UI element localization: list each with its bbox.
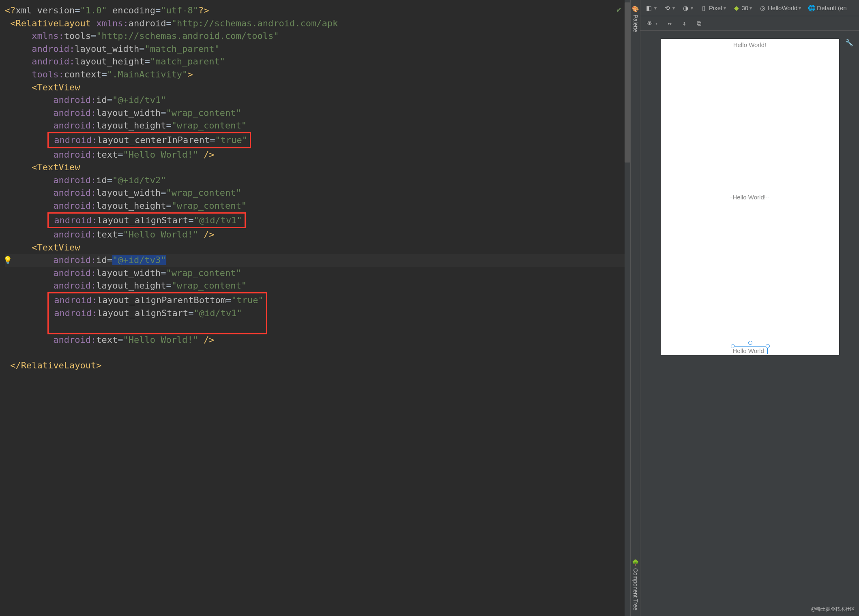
api-selector[interactable]: ◆30▾ xyxy=(731,3,754,13)
code-editor[interactable]: ✔ <?xml version="1.0" encoding="utf-8"?>… xyxy=(0,0,630,616)
alignment-guide-horizontal xyxy=(730,197,769,197)
textview-tv1[interactable]: Hello World! xyxy=(733,41,766,48)
highlight-box: android:layout_centerInParent="true" xyxy=(47,132,251,148)
alignment-guide-vertical xyxy=(733,42,733,354)
intention-bulb-icon[interactable]: 💡 xyxy=(3,254,12,267)
palette-icon: 🎨 xyxy=(632,6,639,12)
globe-icon: 🌐 xyxy=(807,4,816,12)
device-screen[interactable]: Hello World! Hello World! Hello World xyxy=(661,39,839,355)
preview-canvas[interactable]: 🔧 Hello World! Hello World! Hello World … xyxy=(640,31,859,616)
side-tool-strip: 🎨Palette 🌳Component Tree xyxy=(630,0,640,616)
magnet-icon[interactable]: ⧉ xyxy=(695,19,703,28)
resize-handle[interactable] xyxy=(748,341,752,345)
design-icon: ◧ xyxy=(645,4,653,12)
eye-icon: 👁 xyxy=(646,19,654,28)
wrench-icon[interactable]: 🔧 xyxy=(845,39,853,47)
android-icon: ◆ xyxy=(732,4,741,12)
resize-handle[interactable] xyxy=(731,344,735,348)
phone-icon: ▯ xyxy=(700,4,708,12)
scrollbar[interactable] xyxy=(625,0,630,616)
watermark: @稀土掘金技术社区 xyxy=(811,606,855,613)
tree-icon: 🌳 xyxy=(632,559,639,566)
orientation-button[interactable]: ⟲▾ xyxy=(662,3,676,13)
moon-icon: ◑ xyxy=(681,4,689,12)
theme-selector[interactable]: ◎HelloWorld▾ xyxy=(757,3,802,13)
rotate-icon: ⟲ xyxy=(663,4,671,12)
preview-toolbar-second: 👁▾ ↔ ↕ ⧉ xyxy=(640,16,859,31)
resize-handle[interactable] xyxy=(766,344,770,348)
night-mode-button[interactable]: ◑▾ xyxy=(680,3,694,13)
code-area[interactable]: ✔ <?xml version="1.0" encoding="utf-8"?>… xyxy=(2,0,625,616)
layout-preview: ◧▾ ⟲▾ ◑▾ ▯Pixel▾ ◆30▾ ◎HelloWorld▾ 🌐Defa… xyxy=(640,0,859,616)
move-icon[interactable]: ↕ xyxy=(680,19,688,28)
palette-tab[interactable]: 🎨Palette xyxy=(631,0,640,38)
locale-selector[interactable]: 🌐Default (en xyxy=(806,3,848,13)
design-surface-button[interactable]: ◧▾ xyxy=(644,3,658,13)
highlight-box: android:layout_alignStart="@id/tv1" xyxy=(47,212,246,229)
component-tree-tab[interactable]: 🌳Component Tree xyxy=(631,554,640,616)
pan-icon[interactable]: ↔ xyxy=(666,19,674,28)
selection-box[interactable] xyxy=(733,346,768,354)
preview-toolbar-top: ◧▾ ⟲▾ ◑▾ ▯Pixel▾ ◆30▾ ◎HelloWorld▾ 🌐Defa… xyxy=(640,0,859,16)
scroll-thumb[interactable] xyxy=(625,2,630,163)
theme-icon: ◎ xyxy=(758,4,767,12)
view-options-button[interactable]: 👁▾ xyxy=(644,19,659,28)
device-selector[interactable]: ▯Pixel▾ xyxy=(698,3,727,13)
analysis-ok-icon[interactable]: ✔ xyxy=(616,3,621,16)
